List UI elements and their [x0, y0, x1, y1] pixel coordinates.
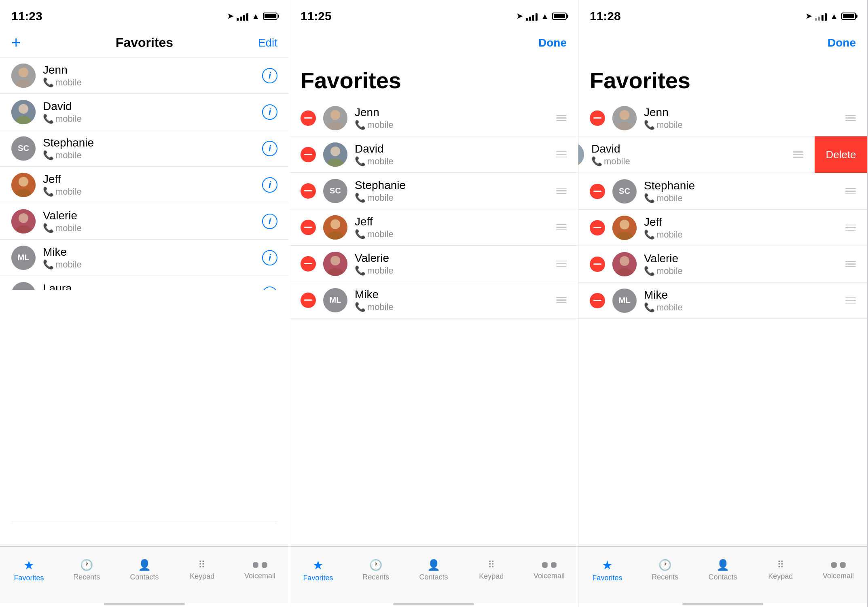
tab-contacts-1[interactable]: 👤 Contacts	[116, 547, 174, 593]
info-button-stephanie-1[interactable]: i	[262, 141, 277, 156]
tab-favorites-2[interactable]: ★ Favorites	[289, 547, 347, 593]
contact-type-valerie-3: 📞 mobile	[644, 266, 839, 276]
tab-voicemail-2[interactable]: ⏺⏺ Voicemail	[520, 547, 578, 593]
drag-handle-jeff-2[interactable]	[556, 224, 567, 231]
tab-contacts-2[interactable]: 👤 Contacts	[405, 547, 463, 593]
info-button-david-1[interactable]: i	[262, 104, 277, 120]
contact-item-valerie-2[interactable]: Valerie 📞 mobile	[289, 246, 578, 282]
minus-btn-jeff-3[interactable]	[590, 220, 605, 236]
tab-recents-3[interactable]: 🕐 Recents	[636, 547, 694, 593]
contact-info-laura-1: Laura 📞 mobile	[43, 282, 262, 290]
svg-point-22	[330, 256, 340, 265]
contact-item-valerie-3[interactable]: Valerie 📞 mobile	[578, 246, 867, 282]
tab-favorites-3[interactable]: ★ Favorites	[578, 547, 636, 593]
favorites-heading-2: Favorites	[289, 57, 578, 100]
avatar-stephanie-3: SC	[612, 179, 637, 204]
done-button-3[interactable]: Done	[828, 36, 856, 49]
svg-point-10	[19, 213, 28, 223]
contact-item-jeff-3[interactable]: Jeff 📞 mobile	[578, 210, 867, 246]
drag-handle-stephanie-3[interactable]	[845, 188, 856, 195]
contact-item-stephanie-3[interactable]: SC Stephanie 📞 mobile	[578, 173, 867, 210]
done-button-2[interactable]: Done	[538, 36, 567, 49]
contact-item-laura-1[interactable]: LM Laura 📞 mobile i	[0, 276, 289, 290]
contact-item-stephanie-2[interactable]: SC Stephanie 📞 mobile	[289, 173, 578, 209]
svg-point-7	[19, 177, 28, 187]
contact-name-laura-1: Laura	[43, 282, 262, 290]
contact-item-laura-2[interactable]: LM Laura 📞 mobile	[289, 318, 578, 323]
svg-point-4	[19, 104, 28, 114]
info-button-mike-1[interactable]: i	[262, 250, 277, 265]
favorites-label-3: Favorites	[592, 574, 622, 582]
minus-btn-valerie-2[interactable]	[301, 256, 316, 272]
minus-btn-david-2[interactable]	[301, 147, 316, 162]
drag-handle-jenn-2[interactable]	[556, 115, 567, 121]
minus-btn-jenn-2[interactable]	[301, 110, 316, 126]
contact-item-jeff-1[interactable]: Jeff 📞 mobile i	[0, 167, 289, 203]
tab-voicemail-1[interactable]: ⏺⏺ Voicemail	[231, 547, 289, 593]
info-symbol-stephanie-1: i	[269, 143, 271, 154]
tab-keypad-3[interactable]: ⠿ Keypad	[752, 547, 809, 593]
add-button-1[interactable]: +	[11, 34, 36, 52]
contact-item-valerie-1[interactable]: Valerie 📞 mobile i	[0, 203, 289, 240]
contact-item-jenn-3[interactable]: Jenn 📞 mobile	[578, 100, 867, 136]
info-button-valerie-1[interactable]: i	[262, 214, 277, 229]
contact-type-valerie-2: 📞 mobile	[355, 265, 550, 276]
contact-type-david-3: 📞 mobile	[591, 156, 786, 167]
favorites-heading-3: Favorites	[578, 57, 867, 100]
contact-info-david-2: David 📞 mobile	[355, 142, 550, 167]
drag-handle-mike-3[interactable]	[845, 297, 856, 304]
drag-handle-valerie-2[interactable]	[556, 261, 567, 267]
contact-item-jenn-1[interactable]: Jenn 📞 mobile i	[0, 57, 289, 94]
tab-contacts-3[interactable]: 👤 Contacts	[694, 547, 752, 593]
contact-name-jenn-1: Jenn	[43, 64, 262, 76]
contact-item-jenn-2[interactable]: Jenn 📞 mobile	[289, 100, 578, 136]
contact-info-mike-1: Mike 📞 mobile	[43, 246, 262, 270]
info-button-jenn-1[interactable]: i	[262, 68, 277, 83]
edit-button-1[interactable]: Edit	[253, 36, 277, 49]
info-button-laura-1[interactable]: i	[262, 287, 277, 290]
contact-item-david-3[interactable]: David 📞 mobile Delete	[578, 136, 867, 173]
minus-btn-stephanie-2[interactable]	[301, 183, 316, 199]
delete-button-david-3[interactable]: Delete	[815, 136, 867, 173]
contact-item-laura-3[interactable]: LM Laura 📞 mobile	[578, 319, 867, 323]
avatar-david-1	[11, 100, 36, 124]
contact-name-jenn-2: Jenn	[355, 106, 550, 119]
tab-keypad-2[interactable]: ⠿ Keypad	[462, 547, 520, 593]
info-symbol-david-1: i	[269, 107, 271, 117]
contact-item-mike-3[interactable]: ML Mike 📞 mobile	[578, 282, 867, 319]
contact-item-mike-2[interactable]: ML Mike 📞 mobile	[289, 282, 578, 318]
battery-icon-1	[263, 13, 277, 20]
contact-item-jeff-2[interactable]: Jeff 📞 mobile	[289, 209, 578, 246]
minus-btn-mike-3[interactable]	[590, 293, 605, 308]
avatar-jeff-3	[612, 216, 637, 240]
minus-btn-stephanie-3[interactable]	[590, 184, 605, 199]
avatar-mike-1: ML	[11, 246, 36, 270]
contact-item-mike-1[interactable]: ML Mike 📞 mobile i	[0, 240, 289, 276]
recents-label-2: Recents	[362, 573, 389, 582]
tab-recents-2[interactable]: 🕐 Recents	[347, 547, 405, 593]
drag-handle-valerie-3[interactable]	[845, 261, 856, 267]
drag-handle-jenn-3[interactable]	[845, 115, 856, 121]
tab-recents-1[interactable]: 🕐 Recents	[58, 547, 116, 593]
phone-icon-stephanie-3: 📞	[644, 193, 655, 204]
drag-handle-mike-2[interactable]	[556, 297, 567, 304]
minus-btn-valerie-3[interactable]	[590, 257, 605, 272]
tab-keypad-1[interactable]: ⠿ Keypad	[173, 547, 231, 593]
minus-btn-jeff-2[interactable]	[301, 220, 316, 235]
contact-item-david-1[interactable]: David 📞 mobile i	[0, 94, 289, 130]
drag-handle-david-2[interactable]	[556, 151, 567, 158]
contact-item-stephanie-1[interactable]: SC Stephanie 📞 mobile i	[0, 130, 289, 167]
contact-info-valerie-1: Valerie 📞 mobile	[43, 209, 262, 233]
info-button-jeff-1[interactable]: i	[262, 177, 277, 193]
minus-btn-mike-2[interactable]	[301, 293, 316, 308]
contact-item-david-2[interactable]: David 📞 mobile	[289, 136, 578, 173]
tab-voicemail-3[interactable]: ⏺⏺ Voicemail	[809, 547, 867, 593]
voicemail-icon-3: ⏺⏺	[830, 560, 847, 570]
drag-handle-jeff-3[interactable]	[845, 225, 856, 231]
tab-favorites-1[interactable]: ★ Favorites	[0, 547, 58, 593]
minus-btn-jenn-3[interactable]	[590, 110, 605, 126]
drag-handle-david-3[interactable]	[793, 151, 803, 158]
drag-handle-stephanie-2[interactable]	[556, 188, 567, 194]
contacts-icon-3: 👤	[716, 559, 729, 571]
signal-bars-2	[526, 12, 538, 21]
